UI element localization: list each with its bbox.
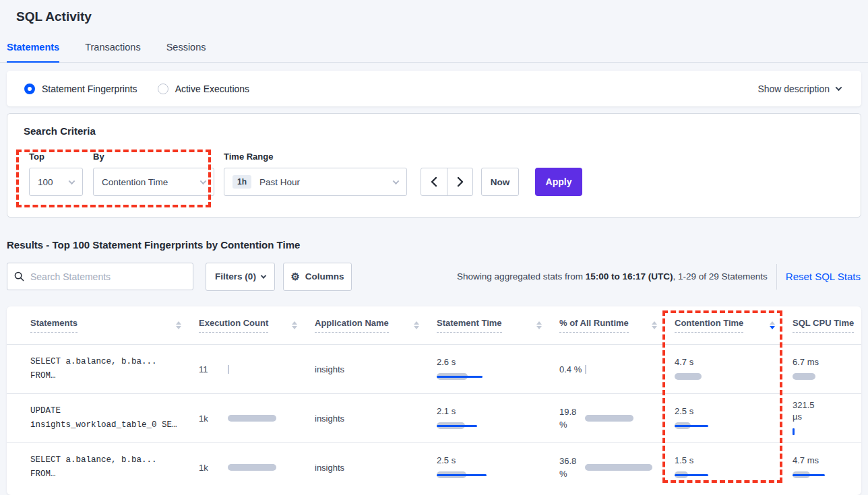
tab-bar: Statements Transactions Sessions <box>0 24 868 63</box>
chevron-left-icon <box>431 177 437 187</box>
reset-sql-stats-link[interactable]: Reset SQL Stats <box>786 271 861 282</box>
contention-time-bar <box>675 422 749 430</box>
show-description-toggle[interactable]: Show description <box>757 84 841 94</box>
statement-time-cell: 2.1 s <box>437 405 559 432</box>
table-row[interactable]: SELECT a.balance, b.ba... FROM… 1k insig… <box>7 442 861 492</box>
pct-runtime-cell: 36.8 % <box>559 455 675 480</box>
top-select[interactable]: 100 <box>29 168 83 196</box>
sql-cpu-time-cell: 321.5 µs <box>793 399 861 437</box>
statement-cell[interactable]: SELECT a.balance, b.ba... FROM… <box>30 355 199 383</box>
table-row[interactable]: UPDATE insights_workload_table_0 SE… 1k … <box>7 393 861 442</box>
execution-count-cell: 11 <box>199 364 315 374</box>
chevron-down-icon <box>836 84 842 91</box>
execution-count-cell: 1k <box>199 414 315 424</box>
sql-cpu-time-bar <box>793 372 861 381</box>
view-toggle-card: Statement Fingerprints Active Executions… <box>7 71 861 106</box>
contention-time-bar <box>675 372 749 381</box>
statement-time-cell: 2.5 s <box>437 455 559 481</box>
sort-icon[interactable] <box>536 321 542 329</box>
tab-sessions[interactable]: Sessions <box>166 42 206 62</box>
radio-selected-icon[interactable] <box>24 84 35 94</box>
time-nav-group <box>421 168 473 196</box>
chevron-right-icon <box>457 177 464 187</box>
header-application-name[interactable]: Application Name <box>315 318 437 333</box>
chevron-down-icon <box>261 273 266 278</box>
page-title: SQL Activity <box>0 0 868 24</box>
chevron-down-icon <box>200 178 207 185</box>
table-header-row: Statements Execution Count Application N… <box>7 306 861 344</box>
tab-transactions[interactable]: Transactions <box>85 42 140 62</box>
search-statements-box[interactable] <box>7 263 193 290</box>
divider <box>776 264 777 290</box>
next-time-button[interactable] <box>447 168 472 195</box>
view-toggle-group: Statement Fingerprints Active Executions <box>24 84 249 94</box>
execution-count-bar <box>228 365 302 373</box>
sql-cpu-time-bar <box>793 471 861 479</box>
header-statements[interactable]: Statements <box>30 318 199 333</box>
prev-time-button[interactable] <box>421 168 447 195</box>
application-name-cell: insights <box>315 414 437 424</box>
now-button[interactable]: Now <box>481 168 519 196</box>
sql-cpu-time-cell: 6.7 ms <box>793 356 861 383</box>
contention-time-cell: 1.5 s <box>675 455 793 481</box>
header-statement-time[interactable]: Statement Time <box>437 318 559 333</box>
pct-runtime-bar <box>585 414 659 422</box>
pct-runtime-cell: 19.8 % <box>559 405 675 431</box>
header-pct-runtime[interactable]: % of All Runtime <box>559 318 675 333</box>
statements-table-card: Statements Execution Count Application N… <box>7 306 861 495</box>
gear-icon: ⚙ <box>290 271 299 282</box>
pct-runtime-cell: 0.4 % <box>559 363 675 376</box>
sort-icon[interactable] <box>176 321 181 329</box>
sort-icon[interactable] <box>414 321 419 329</box>
radio-statement-fingerprints[interactable]: Statement Fingerprints <box>24 84 137 94</box>
header-sql-cpu-time[interactable]: SQL CPU Time <box>793 318 861 333</box>
sort-icon[interactable] <box>652 321 657 329</box>
by-field: By Contention Time <box>93 152 214 196</box>
execution-count-cell: 1k <box>199 463 315 473</box>
sort-desc-icon[interactable] <box>770 321 775 329</box>
time-range-badge: 1h <box>232 175 251 189</box>
time-range-select[interactable]: 1h Past Hour <box>224 168 407 196</box>
statement-time-bar <box>437 471 511 479</box>
search-icon <box>14 271 24 282</box>
filters-button[interactable]: Filters (0) <box>206 263 275 291</box>
statement-time-bar <box>437 372 511 381</box>
application-name-cell: insights <box>315 364 437 374</box>
table-controls-row: Filters (0) ⚙ Columns Showing aggregated… <box>7 263 861 290</box>
chevron-down-icon <box>69 178 75 185</box>
results-heading: Results - Top 100 Statement Fingerprints… <box>7 239 868 251</box>
top-field: Top 100 <box>29 152 83 196</box>
search-criteria-title: Search Criteria <box>24 125 844 137</box>
contention-time-cell: 4.7 s <box>675 356 793 383</box>
table-row[interactable]: SELECT a.balance, b.ba... FROM… 11 insig… <box>7 344 861 393</box>
application-name-cell: insights <box>315 463 437 473</box>
statement-time-bar <box>437 422 511 430</box>
statement-cell[interactable]: SELECT a.balance, b.ba... FROM… <box>30 453 199 482</box>
chevron-down-icon <box>393 178 400 185</box>
statement-cell[interactable]: UPDATE insights_workload_table_0 SE… <box>30 404 199 432</box>
apply-button[interactable]: Apply <box>535 168 582 196</box>
columns-button[interactable]: ⚙ Columns <box>283 263 352 291</box>
statement-time-cell: 2.6 s <box>437 356 559 383</box>
radio-active-executions[interactable]: Active Executions <box>158 84 250 94</box>
header-contention-time[interactable]: Contention Time <box>675 318 793 333</box>
header-execution-count[interactable]: Execution Count <box>199 318 315 333</box>
radio-unselected-icon[interactable] <box>158 84 168 94</box>
by-select[interactable]: Contention Time <box>93 168 214 196</box>
time-range-field: Time Range 1h Past Hour <box>224 152 407 196</box>
sql-cpu-time-cell: 4.7 ms <box>793 455 861 481</box>
execution-count-bar <box>228 463 302 471</box>
contention-time-bar <box>675 471 749 479</box>
aggregated-stats-text: Showing aggregated stats from 15:00 to 1… <box>457 271 768 282</box>
pct-runtime-bar <box>585 365 659 373</box>
sql-activity-page: SQL Activity Statements Transactions Ses… <box>0 0 868 495</box>
search-criteria-card: Search Criteria Top 100 By Contention Ti… <box>7 113 861 218</box>
sort-icon[interactable] <box>292 321 297 329</box>
sql-cpu-time-bar <box>793 427 861 435</box>
execution-count-bar <box>228 414 302 422</box>
tab-statements[interactable]: Statements <box>7 42 59 63</box>
contention-time-cell: 2.5 s <box>675 405 793 432</box>
pct-runtime-bar <box>585 463 659 471</box>
search-statements-input[interactable] <box>30 271 186 282</box>
